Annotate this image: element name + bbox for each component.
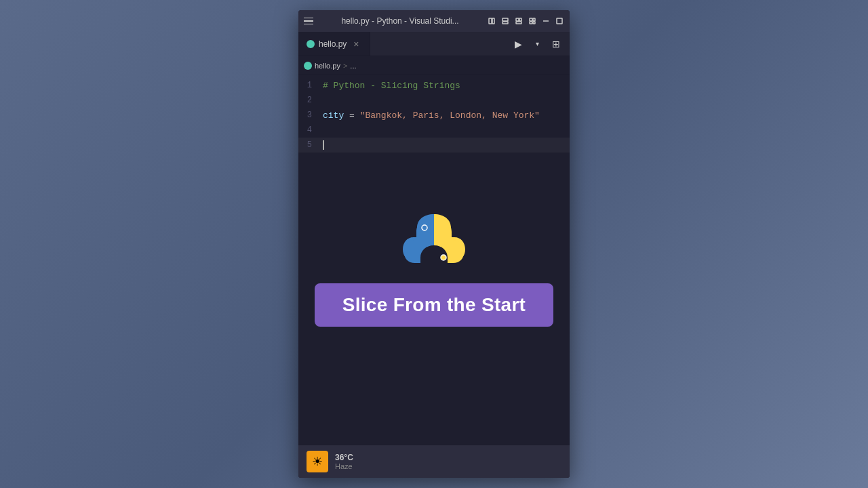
line-content-5 — [323, 140, 324, 150]
breadcrumb-bar: hello.py > ... — [298, 56, 570, 75]
svg-rect-4 — [516, 18, 519, 21]
vscode-window: hello.py - Python - Visual Studi... — [298, 10, 570, 478]
code-string-value: "Bangkok, Paris, London, New York" — [360, 110, 540, 121]
tab-close-button[interactable]: × — [351, 39, 361, 49]
code-line-4: 4 — [298, 123, 570, 138]
line-content-3: city = "Bangkok, Paris, London, New York… — [323, 110, 540, 121]
weather-sun-icon: ☀ — [307, 451, 328, 472]
restore-button[interactable] — [555, 16, 564, 26]
svg-rect-1 — [492, 18, 494, 24]
svg-rect-9 — [530, 22, 532, 24]
svg-rect-2 — [502, 18, 508, 21]
line-number-4: 4 — [298, 125, 323, 135]
python-logo-area — [298, 195, 570, 283]
code-line-3: 3 city = "Bangkok, Paris, London, New Yo… — [298, 108, 570, 123]
weather-info: 36°C Haze — [335, 453, 353, 470]
layout-icon-3[interactable] — [514, 16, 524, 26]
window-controls — [487, 16, 564, 26]
file-icon — [307, 40, 315, 48]
svg-rect-6 — [516, 22, 521, 24]
code-line-2: 2 — [298, 93, 570, 108]
breadcrumb-file-icon — [304, 62, 312, 70]
window-title: hello.py - Python - Visual Studi... — [319, 16, 481, 26]
tab-bar: hello.py × ▶ ▾ ⊞ — [298, 32, 570, 56]
breadcrumb-separator: > — [343, 62, 347, 70]
code-operator-eq: = — [349, 110, 360, 121]
layout-icon-2[interactable] — [500, 16, 510, 26]
tab-actions: ▶ ▾ ⊞ — [505, 32, 570, 56]
code-line-1: 1 # Python - Slicing Strings — [298, 78, 570, 93]
line-number-5: 5 — [298, 140, 323, 150]
python-logo — [400, 209, 468, 277]
line-number-3: 3 — [298, 110, 323, 120]
title-bar: hello.py - Python - Visual Studi... — [298, 10, 570, 32]
line-number-2: 2 — [298, 96, 323, 105]
code-var-city: city — [323, 110, 344, 121]
svg-rect-5 — [519, 18, 521, 21]
weather-notification: ☀ 36°C Haze — [298, 445, 570, 478]
slice-banner-text: Slice From the Start — [342, 294, 526, 315]
svg-rect-3 — [502, 22, 508, 24]
code-line-5: 5 — [298, 138, 570, 152]
menu-icon[interactable] — [304, 18, 313, 25]
code-editor[interactable]: 1 # Python - Slicing Strings 2 3 city = … — [298, 75, 570, 195]
svg-rect-12 — [557, 18, 562, 24]
weather-temperature: 36°C — [335, 453, 353, 462]
text-cursor — [323, 140, 324, 150]
empty-editor-space — [298, 340, 570, 460]
slice-banner: Slice From the Start — [315, 283, 553, 327]
line-content-1: # Python - Slicing Strings — [323, 81, 460, 91]
svg-rect-7 — [530, 18, 532, 21]
weather-description: Haze — [335, 462, 353, 470]
line-number-1: 1 — [298, 81, 323, 90]
breadcrumb-dots: ... — [350, 62, 356, 70]
svg-rect-8 — [533, 18, 535, 21]
tab-hello-py[interactable]: hello.py × — [298, 32, 370, 56]
svg-point-14 — [441, 255, 446, 260]
minimize-button[interactable] — [541, 16, 551, 26]
tab-label: hello.py — [319, 39, 347, 49]
svg-point-13 — [422, 225, 427, 230]
svg-rect-0 — [489, 18, 492, 24]
code-lines: 1 # Python - Slicing Strings 2 3 city = … — [298, 75, 570, 155]
svg-rect-10 — [533, 22, 535, 24]
run-dropdown[interactable]: ▾ — [529, 36, 545, 52]
layout-icon-1[interactable] — [487, 16, 496, 26]
run-button[interactable]: ▶ — [510, 36, 526, 52]
breadcrumb-filename: hello.py — [315, 62, 340, 70]
split-editor-button[interactable]: ⊞ — [548, 36, 564, 52]
layout-icon-4[interactable] — [528, 16, 537, 26]
